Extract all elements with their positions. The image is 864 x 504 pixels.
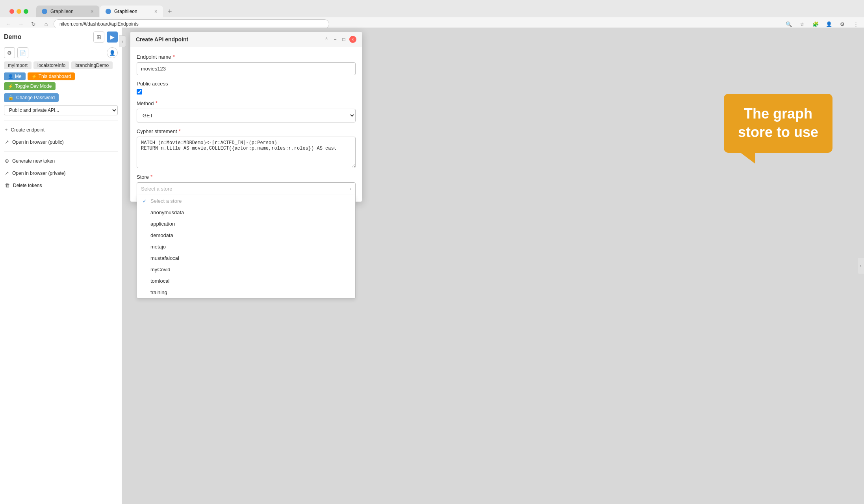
- create-api-endpoint-modal: Create API endpoint ^ − □ × Endpoint nam…: [130, 32, 362, 202]
- store-label-metajo: metajo: [150, 244, 166, 250]
- generate-token-label: Generate new token: [12, 158, 55, 164]
- store-option-placeholder[interactable]: ✓ Select a store: [137, 195, 355, 207]
- public-access-group: Public access: [137, 81, 356, 94]
- open-public-icon: ↗: [5, 139, 9, 145]
- store-label-application: application: [150, 221, 175, 227]
- user-icon-btn[interactable]: 👤: [107, 47, 118, 58]
- right-sidebar-handle[interactable]: ›: [858, 258, 864, 274]
- endpoint-name-required: *: [172, 54, 174, 60]
- forward-icon-btn[interactable]: ▶: [107, 32, 118, 43]
- modal-body: Endpoint name * Public access Method: [130, 47, 362, 202]
- me-label: Me: [15, 74, 22, 79]
- me-badge[interactable]: 👤 Me: [4, 72, 26, 80]
- main-layout: Demo ⊞ ▶ ⚙ 📄 👤 myImport localstoreInfo b…: [0, 28, 864, 504]
- api-dropdown-row: Public and private API... Public API onl…: [4, 105, 118, 115]
- modal-maximize-btn[interactable]: □: [341, 36, 347, 43]
- public-access-checkbox[interactable]: [137, 89, 142, 94]
- modal-minimize-btn[interactable]: ^: [323, 36, 330, 43]
- tab-bar: Graphileon × Graphileon × +: [33, 2, 859, 17]
- create-endpoint-label: Create endpoint: [11, 127, 44, 133]
- cypher-textarea[interactable]: MATCH (n:Movie:MDBDemo)<-[r:ACTED_IN]-(p…: [137, 137, 356, 168]
- open-browser-private-action[interactable]: ↗ Open in browser (private): [4, 169, 118, 178]
- me-icon: 👤: [8, 74, 13, 79]
- traffic-light-close[interactable]: [9, 9, 14, 14]
- tag-branchingdemo[interactable]: branchingDemo: [71, 61, 113, 69]
- store-option-mycovid[interactable]: myCovid: [137, 264, 355, 275]
- store-placeholder: Select a store: [141, 186, 172, 192]
- change-password-btn[interactable]: 🔒 Change Password: [4, 93, 59, 102]
- method-group: Method * GET POST PUT DELETE: [137, 100, 356, 122]
- delete-tokens-icon: 🗑: [5, 182, 10, 188]
- store-label-demodata: demodata: [150, 232, 173, 238]
- tab-2[interactable]: Graphileon ×: [100, 6, 163, 17]
- store-required: *: [150, 174, 152, 180]
- address-text: nileon.com/#/dashboard/apiEndpoints: [59, 21, 139, 27]
- tab-2-label: Graphileon: [114, 9, 137, 14]
- check-icon: ✓: [143, 198, 148, 204]
- sidebar-collapse-btn[interactable]: ‹: [119, 35, 126, 47]
- graphileon-favicon-2: [106, 9, 111, 14]
- store-option-anonymusdata[interactable]: anonymusdata: [137, 207, 355, 218]
- tag-myimport[interactable]: myImport: [4, 61, 32, 69]
- tab-1-label: Graphileon: [50, 9, 74, 14]
- open-browser-public-action[interactable]: ↗ Open in browser (public): [4, 137, 118, 146]
- grid-icon-btn[interactable]: ⊞: [93, 32, 104, 43]
- traffic-light-fullscreen[interactable]: [24, 9, 28, 14]
- toolbar-row: ⚙ 📄 👤: [4, 47, 118, 58]
- store-option-tomlocal[interactable]: tomlocal: [137, 275, 355, 287]
- store-option-application[interactable]: application: [137, 218, 355, 230]
- lock-icon: 🔒: [8, 95, 14, 100]
- main-content: Create API endpoint ^ − □ × Endpoint nam…: [122, 28, 864, 504]
- api-scope-select[interactable]: Public and private API... Public API onl…: [4, 105, 118, 115]
- method-required: *: [155, 100, 157, 106]
- store-option-demodata[interactable]: demodata: [137, 230, 355, 241]
- store-chevron-icon: ›: [350, 186, 351, 192]
- store-option-training[interactable]: training: [137, 287, 355, 298]
- cypher-group: Cypher statement * MATCH (n:Movie:MDBDem…: [137, 128, 356, 168]
- store-option-metajo[interactable]: metajo: [137, 241, 355, 252]
- store-option-mustafalocal[interactable]: mustafalocal: [137, 252, 355, 264]
- tab-1-close[interactable]: ×: [91, 9, 94, 14]
- sidebar-icons: ⊞ ▶: [93, 32, 118, 43]
- public-access-checkbox-row: [137, 89, 356, 94]
- sidebar-title: Demo: [4, 33, 21, 41]
- tab-1[interactable]: Graphileon ×: [36, 6, 99, 17]
- open-private-label: Open in browser (private): [12, 170, 65, 176]
- dashboard-icon: ⚡: [32, 74, 37, 79]
- file-toolbar-btn[interactable]: 📄: [17, 47, 28, 58]
- open-public-label: Open in browser (public): [12, 139, 64, 145]
- create-endpoint-icon: +: [5, 127, 8, 133]
- store-label-mustafalocal: mustafalocal: [150, 255, 179, 261]
- modal-restore-btn[interactable]: −: [332, 36, 338, 43]
- method-select[interactable]: GET POST PUT DELETE: [137, 109, 356, 122]
- cypher-required: *: [179, 128, 181, 134]
- delete-tokens-action[interactable]: 🗑 Delete tokens: [4, 181, 118, 190]
- dashboard-label: This dashboard: [39, 74, 71, 79]
- method-label: Method *: [137, 100, 356, 106]
- settings-toolbar-btn[interactable]: ⚙: [4, 47, 15, 58]
- store-label-mycovid: myCovid: [150, 267, 171, 272]
- tag-list: myImport localstoreInfo branchingDemo: [4, 61, 118, 69]
- sidebar: Demo ⊞ ▶ ⚙ 📄 👤 myImport localstoreInfo b…: [0, 28, 122, 504]
- endpoint-name-group: Endpoint name *: [137, 54, 356, 75]
- create-endpoint-action[interactable]: + Create endpoint: [4, 125, 118, 134]
- modal-header: Create API endpoint ^ − □ ×: [130, 32, 362, 47]
- devmode-label: Toggle Dev Mode: [15, 83, 52, 89]
- store-dropdown-trigger[interactable]: Select a store ›: [137, 182, 356, 195]
- dashboard-badge[interactable]: ⚡ This dashboard: [28, 72, 75, 80]
- modal-close-btn[interactable]: ×: [349, 36, 356, 43]
- store-group: Store * Select a store › ✓ Select a stor…: [137, 174, 356, 195]
- traffic-lights: [5, 6, 33, 14]
- store-label: Store *: [137, 174, 356, 180]
- endpoint-name-input[interactable]: [137, 62, 356, 75]
- store-dropdown-list: ✓ Select a store anonymusdata applicatio…: [137, 195, 356, 298]
- devmode-badge[interactable]: ⚡ Toggle Dev Mode: [4, 82, 56, 90]
- new-tab-button[interactable]: +: [164, 6, 176, 17]
- tag-localstoreinfo[interactable]: localstoreInfo: [33, 61, 69, 69]
- endpoint-name-label: Endpoint name *: [137, 54, 356, 60]
- generate-token-action[interactable]: ⊕ Generate new token: [4, 156, 118, 165]
- sidebar-divider-1: [4, 120, 118, 120]
- delete-tokens-label: Delete tokens: [13, 183, 42, 188]
- traffic-light-minimize[interactable]: [17, 9, 21, 14]
- tab-2-close[interactable]: ×: [154, 9, 158, 14]
